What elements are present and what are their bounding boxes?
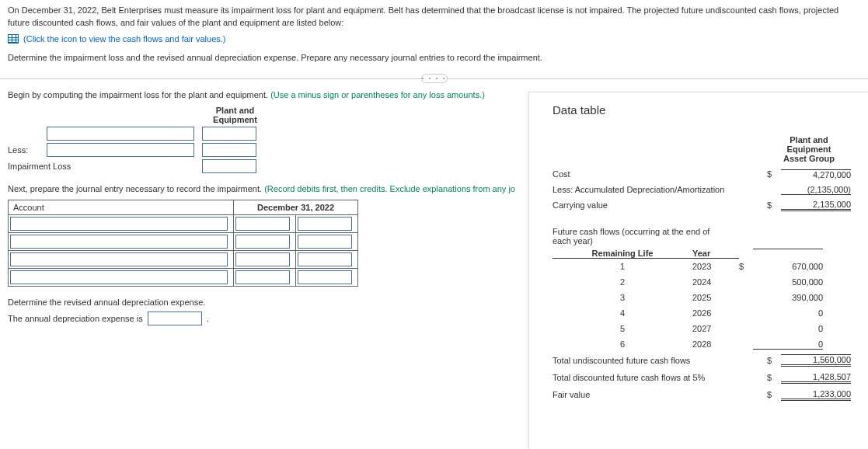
je-row4-account-input[interactable] xyxy=(10,270,228,284)
carrying-currency: $ xyxy=(767,200,781,210)
cf-year: 2024 xyxy=(692,277,739,287)
cf-amt: 0 xyxy=(753,308,823,318)
je-row2-account-input[interactable] xyxy=(10,235,228,249)
dep-amount-input[interactable] xyxy=(148,312,202,325)
total-undisc-value: 1,560,000 xyxy=(781,354,851,367)
less-label: Less: xyxy=(8,145,47,155)
fair-value-value: 1,233,000 xyxy=(781,389,851,401)
calc-header-line1: Plant and xyxy=(202,106,268,115)
je-col-date: December 31, 2022 xyxy=(234,200,358,214)
dep-line-text: The annual depreciation expense is xyxy=(8,314,143,323)
cost-label: Cost xyxy=(553,169,767,179)
cf-amt: 0 xyxy=(753,324,823,333)
cf-amt: 670,000 xyxy=(753,262,823,271)
je-instruction: Next, prepare the journal entry necessar… xyxy=(8,184,521,193)
je-row1-debit-input[interactable] xyxy=(235,217,290,231)
dep-heading: Determine the revised annual depreciatio… xyxy=(8,298,521,307)
cf-intro-2: each year) xyxy=(553,236,851,245)
je-row4-credit-input[interactable] xyxy=(298,270,352,284)
total-undisc-cur: $ xyxy=(767,356,781,365)
cf-life: 5 xyxy=(553,324,692,333)
fair-value-label: Fair value xyxy=(553,390,767,399)
je-row1-credit-input[interactable] xyxy=(298,217,352,231)
cf-year: 2025 xyxy=(692,293,739,302)
cashflow-row: 12023$670,000 xyxy=(553,259,851,274)
cf-life: 1 xyxy=(553,262,692,271)
problem-paragraph-2: Determine the impairment loss and the re… xyxy=(8,52,860,64)
calc-line1-amount-input[interactable] xyxy=(202,127,256,141)
cf-header-year: Year xyxy=(692,249,739,259)
journal-entry-table: Account December 31, 2022 xyxy=(8,200,358,287)
accdep-label: Less: Accumulated Depreciation/Amortizat… xyxy=(553,185,767,194)
table-icon[interactable] xyxy=(8,34,19,44)
impairment-loss-label: Impairment Loss xyxy=(8,162,202,171)
total-disc-value: 1,428,507 xyxy=(781,372,851,384)
calc-header-line2: Equipment xyxy=(202,115,268,124)
data-table-panel: Data table Plant and Equipment Asset Gro… xyxy=(528,92,868,449)
calc-less-desc-input[interactable] xyxy=(47,143,194,157)
cf-life: 6 xyxy=(553,339,692,349)
cf-life: 4 xyxy=(553,308,692,318)
fair-value-cur: $ xyxy=(767,390,781,399)
dep-period: . xyxy=(207,314,209,323)
cf-life: 3 xyxy=(553,293,692,302)
je-row3-account-input[interactable] xyxy=(10,252,228,266)
calc-impairment-amount-input[interactable] xyxy=(202,159,256,173)
cost-value: 4,270,000 xyxy=(781,169,851,179)
calc-instruction: Begin by computing the impairment loss f… xyxy=(8,90,521,99)
expand-handle[interactable]: • • • • xyxy=(421,74,448,83)
cashflow-row: 420260 xyxy=(553,305,851,321)
carrying-label: Carrying value xyxy=(553,200,767,210)
cashflow-row: 620280 xyxy=(553,336,851,352)
cf-cur: $ xyxy=(739,262,753,271)
cashflow-row: 520270 xyxy=(553,321,851,336)
je-row3-debit-input[interactable] xyxy=(235,252,290,266)
total-disc-label: Total discounted future cash flows at 5% xyxy=(553,373,767,382)
je-row2-debit-input[interactable] xyxy=(235,235,290,249)
carrying-value: 2,135,000 xyxy=(781,200,851,211)
cf-header-life: Remaining Life xyxy=(553,249,692,259)
accdep-value: (2,135,000) xyxy=(781,185,851,195)
cf-amt: 500,000 xyxy=(753,277,823,287)
cf-year: 2026 xyxy=(692,308,739,318)
je-col-account: Account xyxy=(9,200,234,214)
cf-amt: 390,000 xyxy=(753,293,823,302)
impairment-calc-grid: Plant and Equipment Less: Impairment Los… xyxy=(8,106,521,173)
je-row1-account-input[interactable] xyxy=(10,217,228,231)
total-disc-cur: $ xyxy=(767,373,781,382)
panel-title: Data table xyxy=(553,103,851,117)
cf-year: 2027 xyxy=(692,324,739,333)
cashflow-row: 32025390,000 xyxy=(553,290,851,305)
problem-paragraph-1: On December 31, 2022, Belt Enterprises m… xyxy=(8,5,860,30)
group-header-2: Asset Group xyxy=(767,154,851,163)
je-row3-credit-input[interactable] xyxy=(298,252,352,266)
calc-less-amount-input[interactable] xyxy=(202,143,256,157)
total-undisc-label: Total undiscounted future cash flows xyxy=(553,356,767,365)
je-row2-credit-input[interactable] xyxy=(298,235,352,249)
cf-year: 2028 xyxy=(692,339,739,349)
cf-year: 2023 xyxy=(692,262,739,271)
je-row4-debit-input[interactable] xyxy=(235,270,290,284)
cf-intro-1: Future cash flows (occurring at the end … xyxy=(553,227,851,236)
cf-amt: 0 xyxy=(753,339,823,350)
calc-line1-desc-input[interactable] xyxy=(47,127,194,141)
cf-life: 2 xyxy=(553,277,692,287)
cost-currency: $ xyxy=(767,169,781,179)
problem-statement: On December 31, 2022, Belt Enterprises m… xyxy=(0,0,868,64)
group-header-1: Plant and Equipment xyxy=(767,135,851,154)
cashflow-row: 22024500,000 xyxy=(553,274,851,290)
cashflows-link[interactable]: (Click the icon to view the cash flows a… xyxy=(23,34,225,44)
